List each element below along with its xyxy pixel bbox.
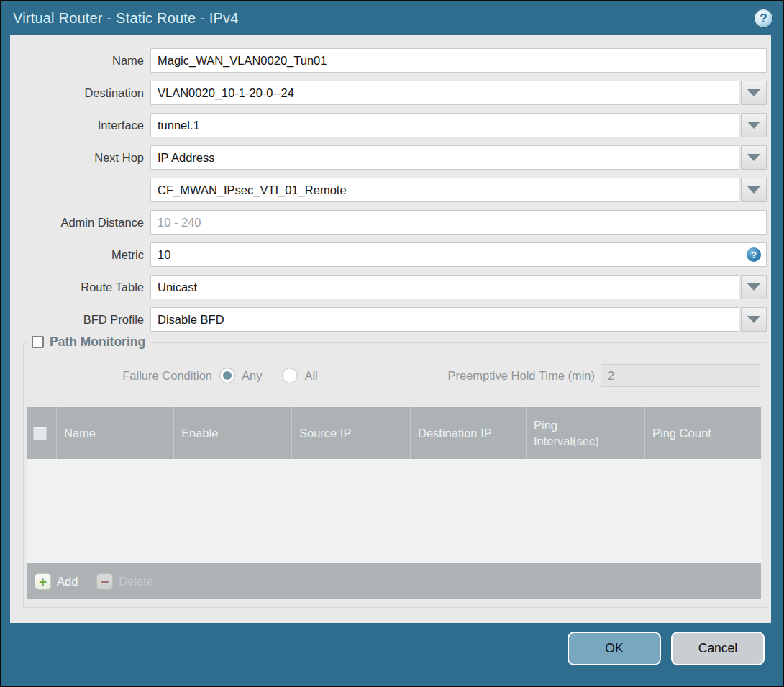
destination-row: Destination [10,81,767,105]
next-hop-address-row [10,178,767,202]
route-table-dropdown-button[interactable] [741,275,767,299]
select-all-checkbox[interactable] [33,427,47,440]
table-header-row: Name Enable Source IP Destination IP Pin… [27,407,761,459]
next-hop-type-input[interactable] [150,145,739,170]
cancel-button[interactable]: Cancel [671,632,765,665]
dialog-title: Virtual Router - Static Route - IPv4 [13,1,239,35]
interface-input[interactable] [150,113,739,137]
failure-condition-all-radio[interactable] [282,368,298,383]
column-header-ping-interval: Ping Interval(sec) [526,407,644,459]
ok-button[interactable]: OK [568,632,661,665]
failure-condition-row: Failure Condition Any All Preemptive Hol… [24,363,767,388]
next-hop-type-dropdown-button[interactable] [741,145,767,170]
failure-condition-label: Failure Condition [24,369,219,383]
delete-button-label: Delete [119,575,153,588]
bfd-profile-label: BFD Profile [10,313,150,327]
destination-dropdown-button[interactable] [741,81,767,105]
route-table-input[interactable] [150,275,739,299]
name-input[interactable] [150,48,767,73]
admin-distance-input[interactable] [150,210,767,235]
path-monitoring-table: Name Enable Source IP Destination IP Pin… [27,407,761,599]
name-row: Name [10,48,767,73]
next-hop-label: Next Hop [10,151,150,165]
chevron-down-icon [747,89,760,96]
chevron-down-icon [747,154,760,161]
column-header-name: Name [56,407,173,459]
dialog-virtual-router-static-route: Virtual Router - Static Route - IPv4 ? N… [0,0,784,687]
route-table-label: Route Table [10,281,150,294]
path-monitoring-title: Path Monitoring [50,335,145,350]
info-icon: ? [747,247,761,262]
next-hop-row: Next Hop [10,145,767,170]
table-body-empty [27,459,761,563]
next-hop-address-input[interactable] [150,178,739,202]
column-header-enable: Enable [173,407,291,459]
metric-row: Metric ? [10,242,767,267]
title-bar: Virtual Router - Static Route - IPv4 ? [1,1,783,35]
preemptive-hold-time-label: Preemptive Hold Time (min) [448,369,595,383]
add-button[interactable]: + Add [35,573,78,590]
bfd-profile-dropdown-button[interactable] [741,307,767,332]
path-monitoring-checkbox[interactable] [32,336,44,348]
admin-distance-label: Admin Distance [10,216,150,229]
dialog-footer: OK Cancel [1,623,783,686]
next-hop-address-dropdown-button[interactable] [741,178,767,202]
destination-input[interactable] [150,81,739,105]
interface-label: Interface [10,119,150,132]
select-all-cell [27,407,56,459]
name-label: Name [10,54,150,68]
metric-label: Metric [10,248,150,262]
path-monitoring-group: Path Monitoring Failure Condition Any Al… [23,342,767,608]
bfd-profile-input[interactable] [150,307,739,332]
chevron-down-icon [747,122,760,129]
chevron-down-icon [747,316,760,323]
bfd-profile-row: BFD Profile [10,307,767,332]
add-icon: + [35,573,51,590]
help-icon[interactable]: ? [754,9,773,28]
path-monitoring-legend: Path Monitoring [27,335,150,350]
interface-dropdown-button[interactable] [741,113,767,137]
interface-row: Interface [10,113,767,137]
table-footer-bar: + Add − Delete [27,563,761,599]
delete-button[interactable]: − Delete [96,573,153,590]
metric-input[interactable] [150,242,767,267]
failure-condition-any-radio[interactable] [219,368,235,383]
failure-condition-any-label: Any [242,369,262,383]
column-header-ping-count: Ping Count [644,407,761,459]
chevron-down-icon [747,186,760,194]
failure-condition-all-label: All [304,369,317,383]
column-header-source-ip: Source IP [291,407,410,459]
add-button-label: Add [57,575,78,588]
preemptive-hold-time-input[interactable] [601,364,760,387]
admin-distance-row: Admin Distance [10,210,767,235]
dialog-body: Name Destination Interface [10,35,771,624]
destination-label: Destination [10,86,150,100]
chevron-down-icon [747,283,760,291]
column-header-destination-ip: Destination IP [410,407,526,459]
delete-icon: − [96,573,113,590]
route-table-row: Route Table [10,275,767,299]
